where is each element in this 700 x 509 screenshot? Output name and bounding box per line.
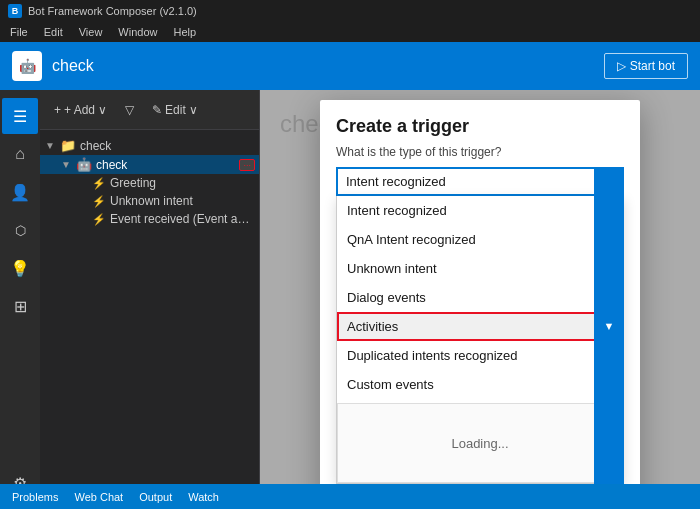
modal-overlay: Create a trigger What is the type of thi… bbox=[260, 90, 700, 509]
panel-header: + + Add ∨ ▽ ✎ Edit ∨ bbox=[40, 90, 259, 130]
title-bar: B Bot Framework Composer (v2.1.0) bbox=[0, 0, 700, 22]
app-container: 🤖 check ▷ Start bot ☰ ⌂ 👤 ⬡ 💡 bbox=[0, 42, 700, 509]
status-watch[interactable]: Watch bbox=[188, 491, 219, 503]
menu-bar: File Edit View Window Help bbox=[0, 22, 700, 42]
option-label: Duplicated intents recognized bbox=[347, 348, 518, 363]
filter-icon: ▽ bbox=[125, 103, 134, 117]
edit-chevron: ∨ bbox=[189, 103, 198, 117]
option-intent-recognized[interactable]: Intent recognized bbox=[337, 196, 623, 225]
start-bot-label: Start bot bbox=[630, 59, 675, 73]
icon-sidebar: ☰ ⌂ 👤 ⬡ 💡 ⊞ ⚙ bbox=[0, 90, 40, 509]
tree-flow3-icon: ⚡ bbox=[92, 213, 106, 226]
tree-folder-icon: 📁 bbox=[60, 138, 76, 153]
tree-item-unknown[interactable]: ⚡ Unknown intent bbox=[40, 192, 259, 210]
tree-item-check[interactable]: ▼ 🤖 check ··· bbox=[40, 155, 259, 174]
tree-arrow-check: ▼ bbox=[60, 159, 72, 170]
loading-box: Loading... bbox=[337, 403, 623, 483]
option-activities[interactable]: Activities bbox=[337, 312, 623, 341]
trigger-type-dropdown[interactable]: Intent recognized ▼ Intent recognized Qn… bbox=[336, 167, 624, 484]
menu-view[interactable]: View bbox=[73, 24, 109, 40]
project-name: check bbox=[52, 57, 94, 75]
flow-icon: ⬡ bbox=[15, 223, 26, 238]
extension-icon: ⊞ bbox=[14, 297, 27, 316]
menu-edit[interactable]: Edit bbox=[38, 24, 69, 40]
status-output[interactable]: Output bbox=[139, 491, 172, 503]
edit-button[interactable]: ✎ Edit ∨ bbox=[146, 100, 204, 120]
tree-greeting-label: Greeting bbox=[110, 176, 255, 190]
tree-container: ▼ 📁 check ▼ 🤖 check ··· ⚡ bbox=[40, 130, 259, 509]
tree-item-event[interactable]: ⚡ Event received (Event acti... bbox=[40, 210, 259, 228]
main-canvas: check Create a trigger What is the type … bbox=[260, 90, 700, 509]
tree-arrow: ▼ bbox=[44, 140, 56, 151]
menu-file[interactable]: File bbox=[4, 24, 34, 40]
tree-root-label: check bbox=[80, 139, 255, 153]
dropdown-chevron-icon: ▼ bbox=[594, 167, 624, 484]
add-button[interactable]: + + Add ∨ bbox=[48, 100, 113, 120]
tree-unknown-label: Unknown intent bbox=[110, 194, 255, 208]
option-dialog-events[interactable]: Dialog events bbox=[337, 283, 623, 312]
option-label: Intent recognized bbox=[347, 203, 447, 218]
edit-icon: ✎ bbox=[152, 103, 162, 117]
modal-subtitle: What is the type of this trigger? bbox=[320, 141, 640, 167]
status-bar: Problems Web Chat Output Watch bbox=[0, 484, 700, 509]
dropdown-list: Intent recognized QnA Intent recognized … bbox=[336, 196, 624, 484]
edit-label: Edit bbox=[165, 103, 186, 117]
tree-item-root[interactable]: ▼ 📁 check bbox=[40, 136, 259, 155]
modal-title: Create a trigger bbox=[320, 100, 640, 141]
sidebar-flow[interactable]: ⬡ bbox=[2, 212, 38, 248]
hamburger-icon: ☰ bbox=[13, 107, 27, 126]
app-logo: 🤖 bbox=[12, 51, 42, 81]
option-label: Custom events bbox=[347, 377, 434, 392]
left-panel: + + Add ∨ ▽ ✎ Edit ∨ ▼ 📁 check bbox=[40, 90, 260, 509]
menu-window[interactable]: Window bbox=[112, 24, 163, 40]
body-container: ☰ ⌂ 👤 ⬡ 💡 ⊞ ⚙ + bbox=[0, 90, 700, 509]
app-title: Bot Framework Composer (v2.1.0) bbox=[28, 5, 197, 17]
sidebar-home[interactable]: ⌂ bbox=[2, 136, 38, 172]
start-bot-button[interactable]: ▷ Start bot bbox=[604, 53, 688, 79]
people-icon: 👤 bbox=[10, 183, 30, 202]
start-bot-icon: ▷ bbox=[617, 59, 626, 73]
option-custom-events[interactable]: Custom events bbox=[337, 370, 623, 399]
add-chevron: ∨ bbox=[98, 103, 107, 117]
knowledge-icon: 💡 bbox=[10, 259, 30, 278]
add-label: + Add bbox=[64, 103, 95, 117]
dropdown-display[interactable]: Intent recognized bbox=[336, 167, 624, 196]
sidebar-extension[interactable]: ⊞ bbox=[2, 288, 38, 324]
menu-help[interactable]: Help bbox=[167, 24, 202, 40]
add-icon: + bbox=[54, 103, 61, 117]
option-duplicated-intents[interactable]: Duplicated intents recognized bbox=[337, 341, 623, 370]
tree-check-label: check bbox=[96, 158, 235, 172]
create-trigger-modal: Create a trigger What is the type of thi… bbox=[320, 100, 640, 509]
option-label: Dialog events bbox=[347, 290, 426, 305]
option-label: Unknown intent bbox=[347, 261, 437, 276]
top-bar-left: 🤖 check bbox=[12, 51, 94, 81]
tree-badge: ··· bbox=[239, 159, 255, 171]
tree-event-label: Event received (Event acti... bbox=[110, 212, 255, 226]
top-bar: 🤖 check ▷ Start bot bbox=[0, 42, 700, 90]
loading-text: Loading... bbox=[451, 436, 508, 451]
app-icon: B bbox=[8, 4, 22, 18]
sidebar-hamburger[interactable]: ☰ bbox=[2, 98, 38, 134]
option-label: Activities bbox=[347, 319, 398, 334]
tree-flow-icon: ⚡ bbox=[92, 177, 106, 190]
tree-item-greeting[interactable]: ⚡ Greeting bbox=[40, 174, 259, 192]
status-webchat[interactable]: Web Chat bbox=[74, 491, 123, 503]
sidebar-people[interactable]: 👤 bbox=[2, 174, 38, 210]
option-qna-intent[interactable]: QnA Intent recognized bbox=[337, 225, 623, 254]
filter-button[interactable]: ▽ bbox=[119, 100, 140, 120]
modal-body: Intent recognized ▼ Intent recognized Qn… bbox=[320, 167, 640, 492]
home-icon: ⌂ bbox=[15, 145, 25, 163]
dropdown-selected-value: Intent recognized bbox=[346, 174, 446, 189]
tree-flow2-icon: ⚡ bbox=[92, 195, 106, 208]
option-label: QnA Intent recognized bbox=[347, 232, 476, 247]
option-unknown-intent[interactable]: Unknown intent bbox=[337, 254, 623, 283]
status-problems[interactable]: Problems bbox=[12, 491, 58, 503]
sidebar-knowledge[interactable]: 💡 bbox=[2, 250, 38, 286]
tree-bot-icon: 🤖 bbox=[76, 157, 92, 172]
